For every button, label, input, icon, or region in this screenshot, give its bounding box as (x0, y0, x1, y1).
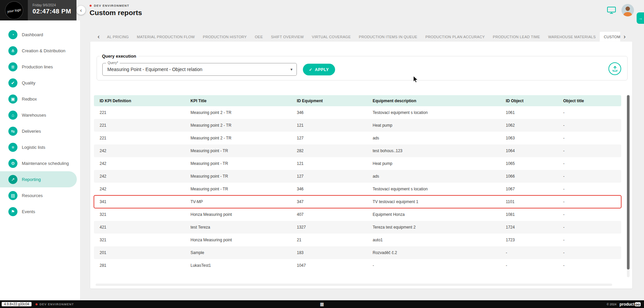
events-icon: ⚑ (8, 207, 17, 216)
export-button[interactable] (608, 62, 621, 75)
cell-id-equipment: 1327 (291, 225, 367, 230)
cell-kpi-title: Measuring point - TR (185, 161, 291, 166)
chevron-left-icon: ‹ (80, 7, 82, 13)
report-tab[interactable]: SHIFT OVERVIEW (267, 32, 308, 42)
sidebar-item-label: Quality (22, 80, 35, 85)
logistic-lists-icon: ≡ (8, 143, 17, 152)
table-row[interactable]: 321 Honza Measuring point 21 auto1 1723 … (94, 234, 621, 246)
right-panel-toggle[interactable]: → (637, 12, 644, 24)
cell-id-object: 1723 (500, 238, 557, 242)
report-tab[interactable]: MATERIAL PRODUCTION FLOW (133, 32, 199, 42)
apply-button[interactable]: ✓ APPLY (303, 64, 335, 75)
chevron-right-icon: › (624, 33, 626, 40)
table-row[interactable]: 221 Measuring point 2 - TR 121 Heat pump… (94, 119, 621, 132)
cell-object-title: - (557, 148, 621, 153)
table-header-row: ID KPI Definition KPI Title ID Equipment… (94, 95, 621, 106)
sidebar-item[interactable]: ⌂ Warehouses (0, 107, 80, 123)
cell-equipment-description: auto1 (367, 238, 500, 242)
table-row[interactable]: 221 Measuring point 2 - TR 346 Testovací… (94, 106, 621, 119)
sidebar-item[interactable]: ≣ Production lines (0, 59, 80, 75)
kiosk-mode-button[interactable] (606, 6, 616, 15)
report-tab[interactable]: PRODUCTION LEAD TIME (489, 32, 544, 42)
sidebar-item-label: Dashboard (22, 32, 43, 37)
vertical-scrollbar-thumb[interactable] (627, 95, 630, 269)
cell-object-title: - (557, 212, 621, 217)
sidebar-item-label: Warehouses (22, 113, 46, 118)
cell-equipment-description: test bohous..123 (367, 148, 500, 153)
table-row[interactable]: 201 Sample 183 Rozvaděč č.2 - - (94, 246, 621, 259)
cell-id-object: 1081 (500, 212, 557, 217)
horizontal-scrollbar[interactable] (96, 284, 612, 286)
cell-id-kpi-definition: 341 (94, 199, 185, 204)
cell-object-title: - (557, 136, 621, 140)
table-row[interactable]: 421 test Tereza 1327 Tereza test equipme… (94, 221, 621, 234)
sidebar-item[interactable]: ≡ Logistic lists (0, 139, 80, 155)
user-avatar[interactable] (622, 4, 634, 16)
sidebar-item[interactable]: ⋔ Creation & Distribution (0, 43, 80, 59)
cell-id-kpi-definition: 221 (94, 123, 185, 128)
cell-equipment-description: Testovací equipment s location (367, 110, 500, 115)
cell-id-kpi-definition: 321 (94, 238, 185, 242)
results-table: ID KPI Definition KPI Title ID Equipment… (94, 95, 621, 272)
sidebar-item[interactable]: ↗ Reporting (0, 171, 77, 187)
column-header-id-kpi-definition[interactable]: ID KPI Definition (94, 99, 185, 103)
table-row[interactable]: 242 Measuring point - TR 127 ads 1066 - (94, 170, 621, 183)
report-tab[interactable]: VIRTUAL COVERAGE (308, 32, 355, 42)
query-select[interactable]: Query* Measuring Point - Equipment - Obj… (102, 63, 297, 76)
logo-block: your logo (0, 0, 28, 20)
column-header-kpi-title[interactable]: KPI Title (185, 99, 291, 103)
query-select-value: Measuring Point - Equipment - Object rel… (103, 63, 297, 75)
footer: 4.9.8+22.g33c04 DEV ENVIRONMENT ▦ © 2024… (0, 300, 644, 308)
report-tab[interactable]: CUSTOM REPORTS (600, 32, 620, 42)
tabs-scroll-right-button[interactable]: › (620, 32, 629, 42)
cell-kpi-title: Measuring point 2 - TR (185, 110, 291, 115)
column-header-equipment-description[interactable]: Equipment description (367, 99, 500, 103)
sidebar-item[interactable]: ⚑ Events (0, 203, 80, 220)
footer-env-label: DEV ENVIRONMENT (40, 303, 74, 306)
column-header-id-object[interactable]: ID Object (500, 99, 557, 103)
table-row[interactable]: 281 LukasTest1 1047 - - - (94, 259, 621, 272)
report-tab[interactable]: PRODUCTION PLAN ACCURACY (421, 32, 489, 42)
sidebar-item-label: Deliveries (22, 129, 41, 134)
sidebar-item[interactable]: ⚙ Maintenance scheduling (0, 155, 80, 171)
table-row[interactable]: 242 Measuring point - TR 121 Heat pump 1… (94, 157, 621, 170)
brand-suffix: oo (635, 302, 641, 306)
page-title: Custom reports (90, 9, 142, 17)
cell-id-kpi-definition: 201 (94, 250, 185, 255)
tab-label: VIRTUAL COVERAGE (312, 35, 351, 39)
cell-equipment-description: Heat pump (367, 161, 500, 166)
sidebar-item[interactable]: ⇆ Deliveries (0, 123, 80, 139)
brand-prefix: product (620, 302, 635, 307)
table-row[interactable]: 321 Honza Measuring point 407 Equipment … (94, 208, 621, 221)
company-logo[interactable]: your logo (4, 0, 24, 20)
arrow-right-icon: → (638, 16, 643, 21)
sidebar-item-label: Maintenance scheduling (22, 161, 69, 166)
table-row[interactable]: 221 Measuring point 2 - TR 127 ads 1063 … (94, 132, 621, 144)
report-tab[interactable]: AL PRICING (103, 32, 133, 42)
cell-object-title: - (557, 161, 621, 166)
cell-id-object: 1065 (500, 161, 557, 166)
report-tab[interactable]: OEE (251, 32, 267, 42)
resources-icon: ▤ (8, 191, 17, 200)
report-tab[interactable]: WAREHOUSE MATERIALS (544, 32, 600, 42)
sidebar-item[interactable]: ▣ Redbox (0, 91, 80, 107)
cell-equipment-description: ads (367, 136, 500, 140)
column-header-object-title[interactable]: Object title (557, 99, 621, 103)
report-tab[interactable]: PRODUCTION ITEMS IN QUEUE (355, 32, 421, 42)
tab-label: PRODUCTION LEAD TIME (493, 35, 540, 39)
tabs-scroll-left-button[interactable]: ‹ (94, 32, 103, 42)
table-row[interactable]: 242 Measuring point - TR 282 test bohous… (94, 144, 621, 157)
sidebar-item[interactable]: ◔ Dashboard (0, 26, 80, 43)
apps-grid-icon[interactable]: ▦ (320, 302, 324, 307)
avatar-image (622, 4, 634, 16)
sidebar-item[interactable]: ▤ Resources (0, 187, 80, 203)
sidebar-collapse-button[interactable]: ‹ (76, 6, 86, 15)
table-body: 221 Measuring point 2 - TR 346 Testovací… (94, 106, 621, 272)
table-row[interactable]: 242 Measuring point - TR 346 Testovací e… (94, 183, 621, 195)
column-header-id-equipment[interactable]: ID Equipment (291, 99, 367, 103)
environment-indicator: DEV ENVIRONMENT (90, 4, 129, 7)
cell-equipment-description: TV testovací equipment 1 (367, 199, 500, 204)
table-row[interactable]: 341 TV-MP 347 TV testovací equipment 1 1… (94, 195, 621, 208)
report-tab[interactable]: PRODUCTION HISTORY (199, 32, 251, 42)
sidebar-item[interactable]: ✔ Quality (0, 75, 80, 91)
